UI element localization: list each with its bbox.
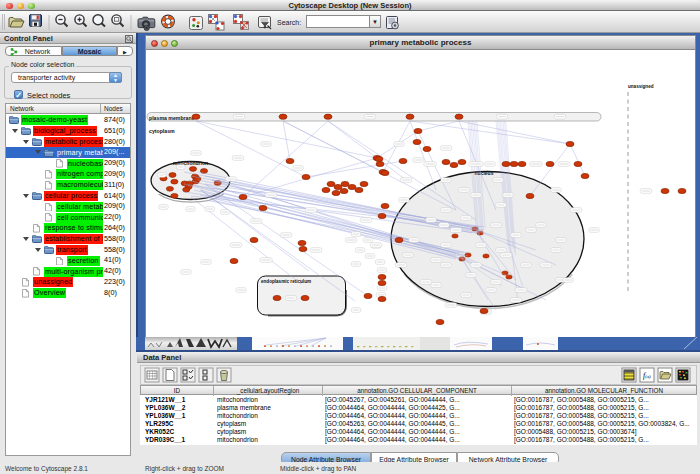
svg-text:plasma membrane: plasma membrane: [149, 115, 195, 121]
svg-text:endoplasmic reticulum: endoplasmic reticulum: [261, 279, 311, 284]
svg-text:cytoplasm: cytoplasm: [149, 128, 175, 134]
svg-text:unassigned: unassigned: [628, 84, 654, 89]
